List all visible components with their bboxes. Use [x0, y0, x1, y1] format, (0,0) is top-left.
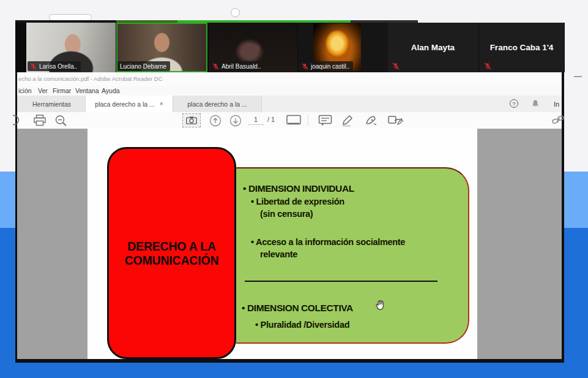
window-title: echo a la comunicación.pdf - Adobe Acrob… [18, 75, 163, 82]
page-total: / 1 [267, 115, 275, 124]
muted-mic-icon [212, 63, 219, 70]
menu-edicion[interactable]: ición [18, 87, 32, 94]
red-box-line2: COMUNICACIÓN [109, 254, 234, 268]
zoom-out-icon[interactable] [54, 115, 68, 127]
tab-bar: Herramientas placa derecho a la ... × pl… [17, 96, 562, 113]
page-view-icon[interactable] [286, 115, 301, 126]
sign-in-link[interactable]: In [554, 100, 559, 108]
top-circle-indicator [231, 8, 240, 17]
video-tile-joaquin[interactable]: joaquin castil.. [298, 23, 387, 72]
participant-name: Alan Mayta [387, 43, 478, 52]
title-bar: echo a la comunicación.pdf - Adobe Acrob… [17, 72, 562, 86]
fill-sign-icon[interactable] [364, 115, 379, 127]
item-sin-censura: (sin censura) [260, 209, 313, 219]
heading-dimension-individual: • DIMENSION INDIVIDUAL [243, 183, 354, 194]
menu-firmar[interactable]: Firmar [53, 87, 71, 94]
video-tile-alan[interactable]: Alan Mayta [387, 23, 478, 72]
muted-mic-icon [392, 62, 400, 70]
participant-name-label: Larisa Orella.. [28, 61, 81, 71]
tab-close-icon[interactable]: × [160, 100, 163, 107]
page-number-input[interactable]: 1 [248, 115, 264, 125]
page-down-icon[interactable] [229, 115, 242, 127]
video-tile-abril[interactable]: Abril Basuald.. [209, 23, 297, 72]
hand-cursor-icon [374, 299, 386, 311]
print-icon[interactable] [33, 115, 47, 126]
tab-label: placa derecho a la ... [95, 100, 154, 108]
tab-placa-derecho-2[interactable]: placa derecho a la ... [173, 96, 262, 112]
participant-name: Franco Caba 1'4 [479, 43, 564, 52]
save-icon[interactable] [13, 115, 23, 126]
item-acceso: • Acceso a la información socialmente [251, 237, 405, 247]
page-up-icon[interactable] [209, 115, 221, 127]
participant-name: Luciano Debarne [120, 63, 166, 70]
zoom-video-strip: Larisa Orella.. Luciano Debarne Abril Ba… [15, 23, 565, 72]
menu-ayuda[interactable]: Ayuda [102, 87, 120, 94]
participant-name: joaquin castil.. [311, 63, 349, 70]
help-button[interactable]: ? [510, 99, 518, 108]
heading-dimension-colectiva: • DIMENSION COLECTIVA [242, 303, 353, 314]
tab-label: placa derecho a la ... [187, 100, 247, 108]
video-tile-luciano[interactable]: Luciano Debarne [116, 23, 207, 72]
share-link-icon[interactable] [551, 115, 565, 126]
minimize-dash[interactable] [574, 76, 582, 77]
send-sign-icon[interactable] [387, 115, 404, 127]
item-libertad: • Libertad de expresión [251, 197, 344, 206]
participant-name-label: Abril Basuald.. [210, 61, 264, 71]
video-tile-franco[interactable]: Franco Caba 1'4 [479, 23, 564, 72]
menu-bar: ición Ver Firmar Ventana Ayuda [17, 86, 562, 96]
tab-placa-derecho-active[interactable]: placa derecho a la ... × [86, 96, 173, 112]
red-title-box: DERECHO A LA COMUNICACIÓN [107, 147, 236, 359]
screen: Larisa Orella.. Luciano Debarne Abril Ba… [0, 0, 588, 378]
menu-ver[interactable]: Ver [38, 87, 48, 94]
muted-mic-icon [302, 63, 308, 70]
muted-mic-icon [484, 62, 491, 70]
green-dimensions-box: • DIMENSION INDIVIDUAL • Libertad de exp… [231, 167, 469, 344]
participant-name-label: joaquin castil.. [299, 61, 353, 71]
participant-name-label: Luciano Debarne [117, 61, 170, 71]
video-tile-larisa[interactable]: Larisa Orella.. [26, 23, 116, 72]
comment-icon[interactable] [318, 115, 332, 127]
item-relevante: relevante [260, 249, 297, 259]
tab-herramientas[interactable]: Herramientas [18, 96, 86, 112]
red-box-line1: DERECHO A LA [109, 240, 234, 254]
acrobat-window: echo a la comunicación.pdf - Adobe Acrob… [15, 72, 564, 363]
divider-line [245, 281, 437, 282]
tab-label: Herramientas [32, 100, 71, 108]
participant-name: Larisa Orella.. [39, 63, 77, 70]
muted-mic-icon [30, 63, 37, 70]
menu-ventana[interactable]: Ventana [75, 87, 99, 94]
snapshot-tool-selected[interactable] [182, 113, 201, 127]
bell-icon[interactable] [531, 99, 540, 108]
highlight-icon[interactable] [341, 115, 355, 127]
toolbar-divider [308, 115, 308, 126]
document-area: • DIMENSION INDIVIDUAL • Libertad de exp… [17, 129, 562, 359]
toolbar: 1 / 1 [17, 112, 562, 129]
participant-name: Abril Basuald.. [221, 63, 261, 70]
item-pluralidad: • Pluralidad /Diversidad [255, 320, 349, 330]
